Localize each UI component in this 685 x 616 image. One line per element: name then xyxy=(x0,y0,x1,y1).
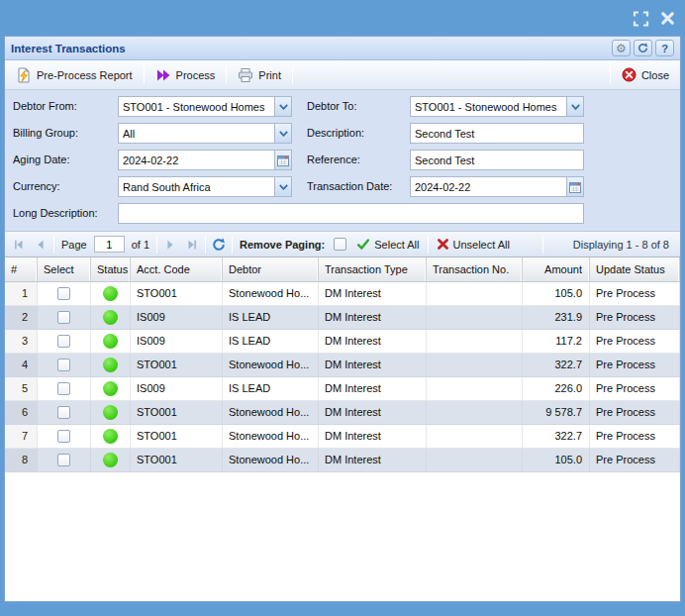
help-button[interactable]: ? xyxy=(655,40,674,56)
currency-combo[interactable] xyxy=(118,176,292,197)
table-row[interactable]: 7 STO001 Stonewood Ho... DM Interest 322… xyxy=(5,425,680,449)
row-checkbox[interactable] xyxy=(57,311,70,324)
billing-group-value[interactable] xyxy=(119,124,274,143)
interest-transactions-panel: Interest Transactions ⚙ ? Pre- xyxy=(4,36,681,602)
transaction-date-input[interactable] xyxy=(411,177,566,196)
transaction-no-cell xyxy=(427,377,523,401)
reference-label: Reference: xyxy=(307,150,360,170)
maximize-button[interactable] xyxy=(632,10,649,27)
long-description-input[interactable] xyxy=(119,204,583,223)
acct-code-cell: STO001 xyxy=(131,354,223,377)
debtor-to-dropdown-trigger[interactable] xyxy=(566,97,583,116)
next-page-icon xyxy=(163,238,177,252)
aging-date-calendar-trigger[interactable] xyxy=(274,151,291,169)
pre-process-report-button[interactable]: Pre-Process Report xyxy=(11,64,138,86)
aging-date-input[interactable] xyxy=(119,151,274,169)
table-row[interactable]: 3 IS009 IS LEAD DM Interest 117.2 Pre Pr… xyxy=(5,330,680,354)
print-button[interactable]: Print xyxy=(233,64,286,86)
maximize-icon xyxy=(633,11,649,27)
debtor-cell: IS LEAD xyxy=(223,330,319,354)
next-page-button[interactable] xyxy=(161,236,179,254)
row-select-cell xyxy=(38,330,91,354)
row-checkbox[interactable] xyxy=(57,382,70,395)
long-description-field[interactable] xyxy=(118,203,584,224)
desktop-background: { "colors": { "window_background": "#609… xyxy=(0,0,685,616)
debtor-from-dropdown-trigger[interactable] xyxy=(274,97,291,116)
transaction-date-calendar-trigger[interactable] xyxy=(566,177,583,196)
refresh-grid-button[interactable] xyxy=(210,236,228,254)
refresh-panel-button[interactable] xyxy=(634,40,652,56)
description-input[interactable] xyxy=(411,124,583,143)
help-icon: ? xyxy=(661,43,668,54)
calendar-icon xyxy=(569,181,581,193)
unselect-all-label: Unselect All xyxy=(453,239,510,251)
column-header-rownum[interactable]: # xyxy=(5,257,38,281)
prev-page-button[interactable] xyxy=(32,236,49,254)
column-header-transaction-no[interactable]: Transaction No. xyxy=(427,257,523,281)
select-all-button[interactable]: Select All xyxy=(352,236,423,253)
currency-value[interactable] xyxy=(119,177,274,196)
transaction-no-cell xyxy=(427,306,523,330)
row-status-cell xyxy=(91,425,131,449)
status-green-dot-icon xyxy=(103,310,118,325)
row-select-cell xyxy=(38,282,91,306)
process-button[interactable]: Process xyxy=(150,64,221,86)
table-row[interactable]: 2 IS009 IS LEAD DM Interest 231.9 Pre Pr… xyxy=(5,306,680,330)
column-header-transaction-type[interactable]: Transaction Type xyxy=(319,257,427,281)
row-checkbox[interactable] xyxy=(57,454,70,466)
row-status-cell xyxy=(91,449,131,472)
description-field[interactable] xyxy=(410,123,584,144)
column-header-update-status[interactable]: Update Status xyxy=(590,257,680,281)
last-page-button[interactable] xyxy=(183,236,201,254)
grid-rows: 1 STO001 Stonewood Ho... DM Interest 105… xyxy=(5,282,680,472)
column-header-debtor[interactable]: Debtor xyxy=(223,257,319,281)
table-row[interactable]: 8 STO001 Stonewood Ho... DM Interest 105… xyxy=(5,449,680,472)
debtor-from-combo[interactable] xyxy=(118,96,292,117)
toolbar-separator xyxy=(226,66,227,84)
billing-group-combo[interactable] xyxy=(118,123,292,144)
reference-input[interactable] xyxy=(411,151,583,169)
column-header-amount[interactable]: Amount xyxy=(523,257,590,281)
toolbar: Pre-Process Report Process Print xyxy=(5,60,680,90)
remove-paging-checkbox[interactable] xyxy=(334,238,346,251)
table-row[interactable]: 4 STO001 Stonewood Ho... DM Interest 322… xyxy=(5,354,680,377)
table-row[interactable]: 1 STO001 Stonewood Ho... DM Interest 105… xyxy=(5,282,680,306)
settings-button[interactable]: ⚙ xyxy=(612,40,631,56)
unselect-all-button[interactable]: Unselect All xyxy=(433,236,514,253)
reference-field[interactable] xyxy=(410,150,584,170)
billing-group-dropdown-trigger[interactable] xyxy=(274,124,291,143)
column-header-select[interactable]: Select xyxy=(38,257,91,281)
row-checkbox[interactable] xyxy=(57,287,70,300)
amount-cell: 105.0 xyxy=(523,282,590,306)
row-checkbox[interactable] xyxy=(57,359,70,371)
page-of-label: of 1 xyxy=(129,239,152,251)
table-row[interactable]: 5 IS009 IS LEAD DM Interest 226.0 Pre Pr… xyxy=(5,377,680,401)
column-header-acct-code[interactable]: Acct. Code xyxy=(131,257,223,281)
row-number-cell: 3 xyxy=(5,330,38,354)
process-label: Process xyxy=(176,69,216,81)
refresh-icon xyxy=(637,43,648,53)
status-green-dot-icon xyxy=(103,334,118,349)
debtor-to-combo[interactable] xyxy=(410,96,584,117)
amount-cell: 231.9 xyxy=(523,306,590,330)
amount-cell: 226.0 xyxy=(523,377,590,401)
window-close-button[interactable] xyxy=(658,10,676,27)
currency-dropdown-trigger[interactable] xyxy=(274,177,291,196)
table-row[interactable]: 6 STO001 Stonewood Ho... DM Interest 9 5… xyxy=(5,401,680,425)
row-checkbox[interactable] xyxy=(57,430,70,443)
row-checkbox[interactable] xyxy=(57,335,70,348)
aging-date-field[interactable] xyxy=(118,150,292,170)
row-checkbox[interactable] xyxy=(57,406,70,419)
transaction-type-cell: DM Interest xyxy=(319,377,427,401)
transaction-date-field[interactable] xyxy=(410,176,584,197)
close-button[interactable]: Close xyxy=(617,64,674,85)
gear-icon: ⚙ xyxy=(616,43,627,54)
first-page-button[interactable] xyxy=(10,236,28,254)
debtor-to-value[interactable] xyxy=(411,97,566,116)
first-page-icon xyxy=(12,238,26,252)
long-description-label: Long Description: xyxy=(13,203,98,224)
debtor-from-value[interactable] xyxy=(119,97,274,116)
column-header-status[interactable]: Status xyxy=(91,257,131,281)
close-icon xyxy=(660,11,675,26)
page-number-input[interactable] xyxy=(94,236,125,253)
